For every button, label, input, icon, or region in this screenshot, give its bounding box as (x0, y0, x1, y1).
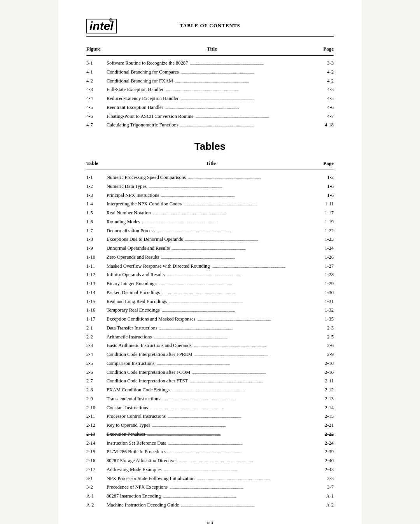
toc-num: 2-12 (86, 422, 107, 429)
intel-logo: inte®l (86, 19, 117, 33)
toc-num: 1-6 (86, 218, 107, 226)
toc-num: 1-10 (86, 254, 107, 261)
list-item: A-2 Machine Instruction Decoding Guide .… (86, 501, 334, 509)
toc-num: 3-1 (86, 475, 107, 482)
toc-num: 2-2 (86, 333, 107, 341)
toc-page: 1-24 (314, 245, 334, 252)
list-item: 1-12 Infinity Operands and Results .....… (86, 271, 334, 279)
toc-title: Processor Control Instructions .........… (107, 413, 314, 420)
toc-title: Principal NPX Instructions .............… (107, 192, 314, 199)
toc-page: 2-14 (314, 404, 334, 412)
toc-num: 1-16 (86, 307, 107, 314)
toc-num: 4-4 (86, 95, 107, 102)
list-item: 2-12 Key to Operand Types ..............… (86, 422, 334, 429)
toc-title: Software Routine to Recognize the 80287 … (107, 60, 314, 67)
toc-page: 2-9 (314, 351, 334, 358)
toc-page: 2-15 (314, 413, 334, 420)
toc-page: 1-22 (314, 227, 334, 235)
list-item: 1-13 Binary Integer Encodings ..........… (86, 280, 334, 287)
toc-page: 2-40 (314, 457, 334, 464)
header-title: TABLE OF CONTENTS (117, 19, 303, 29)
toc-num: 2-3 (86, 342, 107, 349)
list-item: 2-1 Data Transfer Instructions .........… (86, 324, 334, 332)
toc-page: 4-18 (314, 121, 334, 129)
toc-num: A-1 (86, 492, 107, 500)
list-item: 2-9 Transcendental Instructions ........… (86, 395, 334, 403)
toc-num: 1-3 (86, 192, 107, 199)
toc-num: 2-13 (86, 431, 107, 438)
toc-page: 2-3 (314, 324, 334, 332)
toc-num: 4-7 (86, 121, 107, 129)
toc-page: 4-7 (314, 113, 334, 120)
toc-title: PL/M-286 Built-In Procedures ...........… (107, 448, 314, 456)
toc-title: Binary Integer Encodings ...............… (107, 280, 314, 287)
list-item: 1-15 Real and Long Real Encodings ......… (86, 298, 334, 305)
tables-rows: 1-1 Numeric Processing Speed Comparisons… (86, 174, 334, 509)
toc-title: Floating-Point to ASCII Conversion Routi… (107, 113, 314, 120)
list-item: 2-5 Comparison Instructions ............… (86, 360, 334, 367)
toc-page: 4-6 (314, 104, 334, 111)
toc-page: 1-32 (314, 307, 334, 314)
figures-col-figure: Figure (86, 46, 101, 52)
toc-title: Real Number Notation ...................… (107, 209, 314, 217)
list-item: 2-15 PL/M-286 Built-In Procedures ......… (86, 448, 334, 456)
list-item: 4-5 Reentrant Exception Handler ........… (86, 104, 334, 111)
logo-container: inte®l (86, 19, 117, 33)
list-item: 2-3 Basic Arithmetic Instructions and Op… (86, 342, 334, 349)
footer: viii (86, 520, 334, 524)
toc-num: 2-15 (86, 448, 107, 456)
toc-page: 1-29 (314, 280, 334, 287)
tables-section-rule (86, 170, 334, 170)
toc-title: Zero Operands and Results ..............… (107, 254, 314, 261)
toc-title: NPX Processor State Following Initializa… (107, 475, 314, 482)
toc-num: 1-7 (86, 227, 107, 235)
toc-title: Calculating Trigonometric Functions ....… (107, 121, 314, 129)
toc-page: 1-6 (314, 192, 334, 199)
toc-title: Temporary Real Encodings ...............… (107, 307, 314, 314)
toc-num: 4-5 (86, 104, 107, 111)
toc-title: Addressing Mode Examples ...............… (107, 466, 314, 473)
toc-title: Comparison Instructions ................… (107, 360, 314, 367)
toc-page: 2-10 (314, 360, 334, 367)
toc-page: 1-31 (314, 298, 334, 305)
toc-num: 1-8 (86, 236, 107, 243)
toc-title: Data Transfer Instructions .............… (107, 324, 314, 332)
toc-num: 2-5 (86, 360, 107, 367)
list-item: 1-11 Masked Overflow Response with Direc… (86, 263, 334, 270)
toc-page: 1-17 (314, 209, 334, 217)
toc-title: Conditional Branching for FXAM .........… (107, 77, 314, 85)
toc-page: 2-22 (314, 431, 334, 438)
tables-col-title: Title (206, 160, 216, 166)
toc-page: 1-11 (314, 200, 334, 208)
page-number: viii (207, 520, 213, 524)
toc-num: 1-11 (86, 263, 107, 270)
toc-page: 3-7 (314, 484, 334, 491)
toc-num: 1-4 (86, 200, 107, 208)
figures-section-rule (86, 55, 334, 56)
list-item: 2-17 Addressing Mode Examples ..........… (86, 466, 334, 473)
list-item: 1-8 Exceptions Due to Denormal Operands … (86, 236, 334, 243)
toc-title: Precedence of NPX Exceptions ...........… (107, 484, 314, 491)
toc-title: Masked Overflow Response with Directed R… (107, 263, 314, 270)
toc-num: 2-11 (86, 413, 107, 420)
list-item: 4-3 Full-State Exception Handler .......… (86, 86, 334, 93)
toc-page: 1-35 (314, 315, 334, 323)
toc-num: 1-12 (86, 271, 107, 279)
list-item: 2-16 80287 Storage Allocation Directives… (86, 457, 334, 464)
toc-page: 2-43 (314, 466, 334, 473)
tables-col-page: Page (323, 160, 334, 166)
toc-title: Reentrant Exception Handler ............… (107, 104, 314, 111)
toc-page: 1-6 (314, 183, 334, 190)
tables-col-table: Table (86, 160, 98, 166)
toc-page: 4-5 (314, 86, 334, 93)
toc-title: Exceptions Due to Denormal Operands ....… (107, 236, 314, 243)
toc-page: 2-24 (314, 440, 334, 447)
toc-page: 1-26 (314, 254, 334, 261)
list-item: 3-1 NPX Processor State Following Initia… (86, 475, 334, 482)
toc-title: 80287 Storage Allocation Directives ....… (107, 457, 314, 464)
toc-page: 1-28 (314, 271, 334, 279)
list-item: 3-2 Precedence of NPX Exceptions .......… (86, 484, 334, 491)
toc-title: Instruction Set Reference Data .........… (107, 440, 314, 447)
toc-num: 1-17 (86, 315, 107, 323)
list-item: 2-7 Condition Code Interpretation after … (86, 377, 334, 385)
